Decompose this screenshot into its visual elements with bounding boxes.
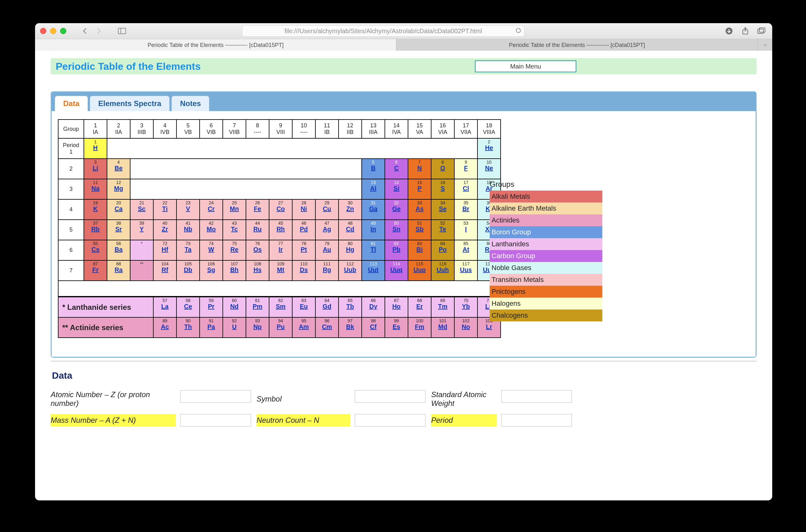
element-Uut[interactable]: 113Uut — [362, 260, 385, 281]
element-Eu[interactable]: 63Eu — [292, 297, 315, 317]
tab-notes[interactable]: Notes — [171, 96, 209, 111]
element-Br[interactable]: 35Br — [454, 200, 478, 220]
element-F[interactable]: 9F — [454, 159, 478, 179]
address-bar[interactable]: file:///Users/alchymylab/Sites/Alchymy/A… — [242, 25, 524, 37]
close-window-button[interactable] — [40, 28, 46, 34]
element-Ho[interactable]: 67Ho — [385, 297, 408, 317]
browser-tab-1[interactable]: Periodic Table of the Elements ---------… — [397, 39, 758, 51]
element-Tb[interactable]: 65Tb — [339, 297, 362, 317]
element-Th[interactable]: 90Th — [176, 317, 199, 338]
element-Uup[interactable]: 115Uup — [408, 260, 431, 281]
minimize-window-button[interactable] — [50, 28, 56, 34]
element-H[interactable]: 1H — [84, 138, 107, 159]
element-B[interactable]: 5B — [362, 159, 385, 179]
element-Si[interactable]: 14Si — [385, 179, 408, 200]
new-tab-button[interactable]: ＋ — [758, 39, 772, 51]
element-Mt[interactable]: 109Mt — [269, 260, 292, 281]
element-Ti[interactable]: 22Ti — [153, 200, 176, 220]
element-Be[interactable]: 4Be — [107, 159, 130, 179]
element-Pr[interactable]: 59Pr — [199, 297, 223, 317]
element-O[interactable]: 8O — [431, 159, 454, 179]
element-Zr[interactable]: 40Zr — [153, 220, 176, 240]
element-Cu[interactable]: 29Cu — [315, 200, 339, 220]
tab-spectra[interactable]: Elements Spectra — [90, 96, 170, 111]
element-P[interactable]: 15P — [408, 179, 431, 200]
element-Ca[interactable]: 20Ca — [107, 200, 130, 220]
element-Am[interactable]: 95Am — [292, 317, 315, 338]
element-Cd[interactable]: 48Cd — [339, 220, 362, 240]
element-S[interactable]: 16S — [431, 179, 454, 200]
field-input[interactable] — [355, 390, 425, 403]
element-N[interactable]: 7N — [408, 159, 431, 179]
element-Sg[interactable]: 106Sg — [199, 260, 223, 281]
element-W[interactable]: 74W — [199, 240, 223, 260]
sidebar-button[interactable] — [116, 26, 128, 36]
element-Hs[interactable]: 108Hs — [246, 260, 269, 281]
element-Al[interactable]: 13Al — [362, 179, 385, 200]
element-Cl[interactable]: 17Cl — [454, 179, 478, 200]
element-As[interactable]: 33As — [408, 200, 431, 220]
element-Np[interactable]: 93Np — [246, 317, 269, 338]
element-Sm[interactable]: 62Sm — [269, 297, 292, 317]
element-At[interactable]: 85At — [454, 240, 478, 260]
element-Re[interactable]: 75Re — [223, 240, 246, 260]
element-Pb[interactable]: 82Pb — [385, 240, 408, 260]
element-Ir[interactable]: 77Ir — [269, 240, 292, 260]
element-Po[interactable]: 84Po — [431, 240, 454, 260]
element-Ni[interactable]: 28Ni — [292, 200, 315, 220]
element-Pm[interactable]: 61Pm — [246, 297, 269, 317]
element-Rf[interactable]: 104Rf — [153, 260, 176, 281]
element-Sc[interactable]: 21Sc — [130, 200, 153, 220]
element-Hg[interactable]: 80Hg — [339, 240, 362, 260]
element-I[interactable]: 53I — [454, 220, 478, 240]
element-Ge[interactable]: 32Ge — [385, 200, 408, 220]
forward-button[interactable] — [93, 26, 105, 36]
element-In[interactable]: 49In — [362, 220, 385, 240]
element-Te[interactable]: 52Te — [431, 220, 454, 240]
element-Uus[interactable]: 117Uus — [454, 260, 478, 281]
element-Ds[interactable]: 110Ds — [292, 260, 315, 281]
element-Db[interactable]: 105Db — [176, 260, 199, 281]
page-viewport[interactable]: Periodic Table of the Elements Main Menu… — [35, 51, 772, 500]
element-K[interactable]: 19K — [84, 200, 107, 220]
element-No[interactable]: 102No — [454, 317, 478, 338]
element-Mn[interactable]: 25Mn — [223, 200, 246, 220]
field-input[interactable] — [501, 390, 572, 403]
element-Bk[interactable]: 97Bk — [339, 317, 362, 338]
back-button[interactable] — [79, 26, 91, 36]
element-V[interactable]: 23V — [176, 200, 199, 220]
element-Se[interactable]: 34Se — [431, 200, 454, 220]
element-Es[interactable]: 99Es — [385, 317, 408, 338]
element-Tl[interactable]: 81Tl — [362, 240, 385, 260]
field-input[interactable] — [180, 390, 251, 403]
element-Dy[interactable]: 66Dy — [362, 297, 385, 317]
element-Fe[interactable]: 26Fe — [246, 200, 269, 220]
element-Sr[interactable]: 38Sr — [107, 220, 130, 240]
element-Tm[interactable]: 69Tm — [431, 297, 454, 317]
element-Ru[interactable]: 44Ru — [246, 220, 269, 240]
reload-icon[interactable] — [515, 27, 522, 35]
element-U[interactable]: 92U — [223, 317, 246, 338]
element-Rg[interactable]: 111Rg — [315, 260, 339, 281]
element-Pt[interactable]: 78Pt — [292, 240, 315, 260]
tab-data[interactable]: Data — [55, 96, 88, 111]
element-Fm[interactable]: 100Fm — [408, 317, 431, 338]
element-Uuq[interactable]: 114Uuq — [385, 260, 408, 281]
element-C[interactable]: 6C — [385, 159, 408, 179]
element-Uub[interactable]: 112Uub — [339, 260, 362, 281]
element-Rb[interactable]: 37Rb — [84, 220, 107, 240]
element-Fr[interactable]: 87Fr — [84, 260, 107, 281]
element-Ga[interactable]: 31Ga — [362, 200, 385, 220]
element-Gd[interactable]: 64Gd — [315, 297, 339, 317]
share-button[interactable] — [740, 26, 751, 36]
element-Os[interactable]: 76Os — [246, 240, 269, 260]
field-input[interactable] — [355, 414, 425, 426]
element-Cs[interactable]: 55Cs — [84, 240, 107, 260]
element-Sb[interactable]: 51Sb — [408, 220, 431, 240]
browser-tab-0[interactable]: Periodic Table of the Elements ---------… — [35, 39, 397, 51]
field-input[interactable] — [501, 414, 572, 426]
element-Ac[interactable]: 89Ac — [153, 317, 176, 338]
element-Bi[interactable]: 83Bi — [408, 240, 431, 260]
element-Li[interactable]: 3Li — [84, 159, 107, 179]
element-Pa[interactable]: 91Pa — [199, 317, 223, 338]
